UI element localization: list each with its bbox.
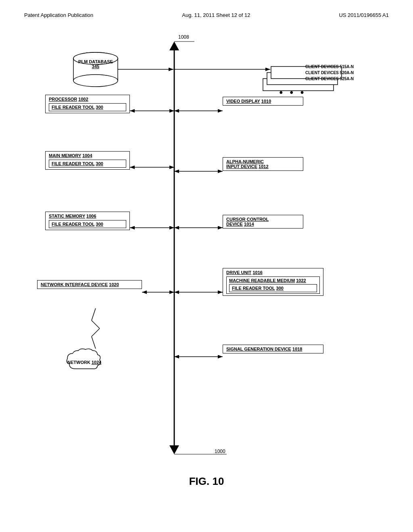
client-devices-525-label: CLIENT DEVICES 525A-N bbox=[305, 77, 354, 81]
bus-ref-label: 1008 bbox=[178, 34, 189, 40]
page: Patent Application Publication Aug. 11, … bbox=[0, 0, 413, 532]
client-devices-520-label: CLIENT DEVICES 520A-N bbox=[305, 71, 354, 75]
alpha-numeric-box: ALPHA-NUMERIC INPUT DEVICE 1012 bbox=[223, 157, 303, 171]
drive-unit-box: DRIVE UNIT 1016 MACHINE READABLE MEDIUM … bbox=[223, 268, 323, 296]
svg-line-25 bbox=[92, 328, 100, 337]
header: Patent Application Publication Aug. 11, … bbox=[16, 8, 397, 18]
header-left: Patent Application Publication bbox=[24, 12, 93, 18]
svg-point-8 bbox=[73, 75, 118, 87]
header-center: Aug. 11, 2011 Sheet 12 of 12 bbox=[182, 12, 250, 18]
main-memory-box: MAIN MEMORY 1004 FILE READER TOOL 300 bbox=[45, 151, 130, 170]
processor-box: PROCESSOR 1002 FILE READER TOOL 300 bbox=[45, 95, 130, 113]
plm-database-label: PLM DATABASE 345 bbox=[73, 59, 119, 69]
svg-line-26 bbox=[92, 337, 96, 349]
svg-line-23 bbox=[92, 308, 96, 320]
signal-gen-box: SIGNAL GENERATION DEVICE 1018 bbox=[223, 345, 323, 353]
cursor-control-box: CURSOR CONTROL DEVICE 1014 bbox=[223, 215, 303, 229]
diagram-container: PLM DATABASE 345 1008 PROCESSOR 1002 FIL… bbox=[25, 26, 388, 490]
diagram-ref-label: 1000 bbox=[215, 449, 225, 454]
svg-marker-12 bbox=[169, 42, 179, 50]
header-right: US 2011/0196655 A1 bbox=[339, 12, 389, 18]
static-memory-box: STATIC MEMORY 1006 FILE READER TOOL 300 bbox=[45, 212, 130, 230]
video-display-box: VIDEO DISPLAY 1010 bbox=[223, 97, 303, 106]
client-devices-515-label: CLIENT DEVICES 515A-N bbox=[305, 64, 354, 69]
network-label: NETWORK 1024 bbox=[67, 360, 101, 365]
svg-line-24 bbox=[92, 320, 100, 328]
fig-label: FIG. 10 bbox=[189, 475, 224, 488]
network-interface-box: NETWORK INTERFACE DEVICE 1020 bbox=[37, 280, 142, 289]
svg-marker-13 bbox=[169, 445, 179, 454]
client-dots: ● ● ● bbox=[279, 89, 307, 96]
